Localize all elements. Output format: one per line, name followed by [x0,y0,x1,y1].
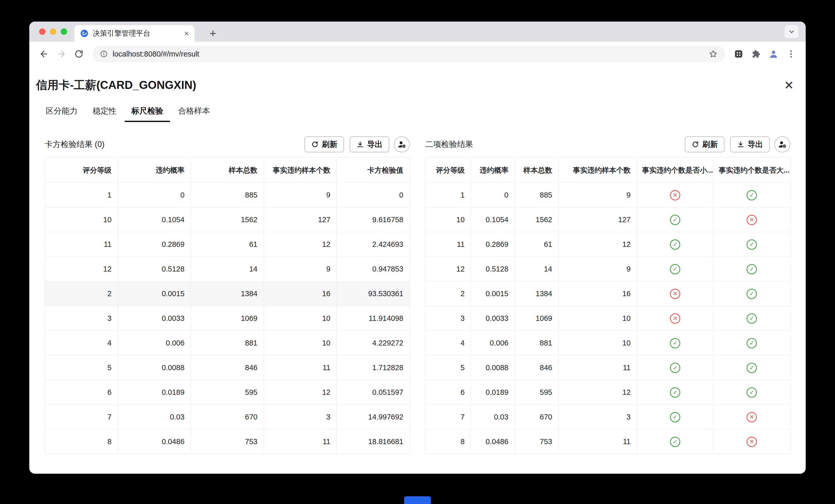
close-window-button[interactable] [39,28,45,35]
table-row[interactable]: 30.003310691011.914098 [45,306,410,331]
table-row[interactable]: 60.018959512✓✓ [426,380,790,405]
bookmark-star-icon[interactable] [709,49,718,59]
table-row[interactable]: 40.00688110✓✓ [426,331,790,356]
status-cell: ✓ [713,281,790,306]
tab-合格样本[interactable]: 合格样本 [178,106,210,122]
browser-tab[interactable]: 决策引擎管理平台 × [74,25,195,42]
new-tab-button[interactable]: + [207,27,219,40]
chi-square-table: 评分等级违约概率样本总数事实违约样本个数卡方检验值1088590100.1054… [45,158,410,454]
status-cell: ✓ [637,405,713,429]
table-cell: 127 [558,208,637,232]
table-cell: 127 [264,208,337,232]
check-circle-icon: ✓ [747,289,757,299]
table-cell: 2 [426,281,471,306]
binomial-panel-head: 二项检验结果 刷新 导出 [425,136,790,152]
table-row[interactable]: 20.001513841693.530361 [45,281,410,306]
check-circle-icon: ✓ [670,363,680,373]
table-cell: 885 [515,183,558,208]
table-cell: 14 [515,257,558,281]
zoom-window-button[interactable] [61,28,67,35]
refresh-button-label: 刷新 [322,139,337,150]
table-row[interactable]: 1088590 [45,183,410,208]
back-arrow-icon [39,49,49,59]
check-circle-icon: ✓ [747,363,757,373]
forward-arrow-icon [57,49,66,59]
panels-row: 卡方检验结果 (0) 刷新 导出 评分等级违约概率样本总 [45,136,790,474]
desktop-background: 决策引擎管理平台 × + localhost:8080 [0,0,835,504]
status-cell: ✓ [637,208,713,232]
table-cell: 881 [515,331,558,356]
table-cell: 9 [558,257,637,281]
profile-avatar-icon[interactable] [766,46,781,62]
download-icon [737,141,745,148]
table-row[interactable]: 70.036703✓✕ [426,405,790,429]
table-cell: 885 [191,183,264,208]
back-button[interactable] [36,46,52,62]
export-button[interactable]: 导出 [350,136,389,152]
table-cell: 9.616758 [337,208,410,232]
tab-close-icon[interactable]: × [184,29,189,38]
table-row[interactable]: 80.04867531118.816681 [45,429,410,454]
tab-search-button[interactable] [785,25,798,38]
table-row[interactable]: 100.10541562127✓✕ [426,208,790,232]
table-row[interactable]: 60.0189595120.051597 [45,380,410,405]
table-cell: 846 [191,356,264,380]
table-cell: 11 [264,356,337,380]
table-row[interactable]: 40.006881104.229272 [45,331,410,356]
tab-稳定性[interactable]: 稳定性 [93,106,117,122]
table-row[interactable]: 50.008884611✓✓ [426,356,790,380]
check-circle-icon: ✓ [747,387,757,398]
url-text[interactable]: localhost:8080/#/mv/result [113,50,704,58]
table-row[interactable]: 80.048675311✓✕ [426,429,790,454]
status-cell: ✓ [713,183,790,208]
table-cell: 0.0486 [118,429,191,454]
browser-tab-strip: 决策引擎管理平台 × + [29,22,806,42]
table-row[interactable]: 110.286961122.424693 [45,232,410,257]
column-settings-button[interactable] [394,136,410,152]
table-cell: 11 [45,232,118,257]
table-cell: 18.816681 [337,429,410,454]
page-close-button[interactable]: ✕ [784,79,794,91]
table-row[interactable]: 120.51281490.947853 [45,257,410,281]
table-cell: 0.2869 [471,232,515,257]
table-cell: 0.0088 [118,356,191,380]
site-info-icon[interactable] [100,50,108,58]
column-header: 事实违约个数是否小... [637,158,713,183]
refresh-icon [311,141,319,148]
menu-kebab-icon[interactable] [783,46,799,62]
table-cell: 9 [558,183,637,208]
table-row[interactable]: 100.105415621279.616758 [45,208,410,232]
table-row[interactable]: 70.03670314.997692 [45,405,410,429]
tab-title: 决策引擎管理平台 [93,28,180,38]
table-cell: 4 [426,331,471,356]
export-button[interactable]: 导出 [730,136,770,152]
table-row[interactable]: 108859✕✓ [426,183,790,208]
table-row[interactable]: 50.0088846111.712828 [45,356,410,380]
browser-toolbar: localhost:8080/#/mv/result [29,42,806,66]
status-cell: ✓ [637,331,713,356]
table-row[interactable]: 120.5128149✓✓ [426,257,790,281]
export-button-label: 导出 [748,139,763,150]
check-circle-icon: ✓ [747,313,757,324]
table-cell: 10 [264,331,337,356]
forward-button[interactable] [54,46,69,62]
address-bar[interactable]: localhost:8080/#/mv/result [93,46,725,62]
status-cell: ✕ [637,306,713,331]
page-header: 信用卡-工薪(CARD_GONGXIN) ✕ [29,66,806,93]
refresh-button[interactable]: 刷新 [685,136,725,152]
tab-标尺检验[interactable]: 标尺检验 [125,106,170,122]
reload-button[interactable] [71,46,87,62]
table-row[interactable]: 20.0015138416✕✓ [426,281,790,306]
minimize-window-button[interactable] [50,28,56,35]
table-cell: 10 [45,208,118,232]
password-manager-icon[interactable] [731,46,747,62]
extensions-puzzle-icon[interactable] [748,46,764,62]
column-settings-button[interactable] [774,136,790,152]
table-row[interactable]: 110.28696112✓✓ [426,232,790,257]
tab-区分能力[interactable]: 区分能力 [46,106,78,122]
refresh-button[interactable]: 刷新 [304,136,344,152]
table-row[interactable]: 30.0033106910✕✓ [426,306,790,331]
table-cell: 10 [558,331,637,356]
table-cell: 10 [264,306,337,331]
table-cell: 0.0033 [118,306,191,331]
